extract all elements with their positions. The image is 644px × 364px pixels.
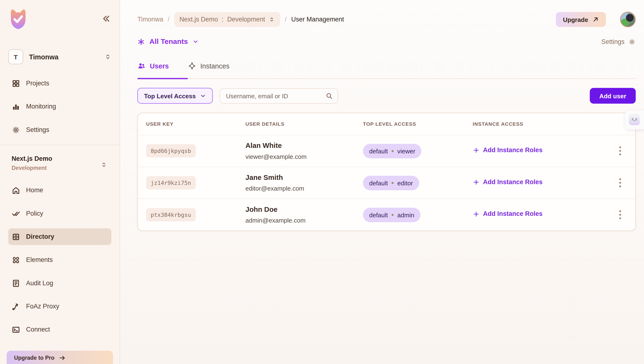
happy-face-icon [632,118,637,122]
sidebar-item-policy[interactable]: Policy [8,205,112,222]
sidebar-item-home[interactable]: Home [8,182,112,199]
sidebar-item-settings[interactable]: Settings [8,121,112,138]
kebab-icon [619,178,621,187]
table-row: ptx384krbgsu John Doe admin@example.com … [138,199,636,230]
project-selector[interactable]: Next.js Demo Development [0,145,120,171]
plus-icon [473,179,480,186]
row-actions-menu[interactable] [615,209,626,221]
users-table: USER KEY USER DETAILS TOP LEVEL ACCESS I… [138,113,636,231]
chevron-up-down-icon [269,16,275,23]
column-header-user-key: USER KEY [146,121,245,127]
gear-icon [628,38,636,45]
user-name: Jane Smith [246,174,363,182]
breadcrumb-org[interactable]: Timonwa [138,16,163,23]
terminal-icon [12,325,20,334]
grid-icon [12,79,20,88]
breadcrumb: Timonwa / Next.js Demo : Development / U… [138,12,344,27]
dot-separator-icon [392,182,394,184]
sidebar-item-label: Monitoring [26,103,56,110]
sidebar-item-label: Settings [26,126,49,133]
add-instance-roles-link[interactable]: Add Instance Roles [473,146,542,154]
kebab-icon [619,210,621,219]
workspace-selector[interactable]: T Timonwa [8,49,112,64]
table-row: jz14r9kzi75n Jane Smith editor@example.c… [138,167,636,199]
users-icon [138,62,146,70]
access-badge[interactable]: default editor [363,175,419,190]
upgrade-button[interactable]: Upgrade [556,12,606,27]
chevron-up-down-icon [104,53,112,61]
add-instance-roles-link[interactable]: Add Instance Roles [473,178,542,186]
arrow-right-icon [58,354,66,361]
tenant-selector[interactable]: All Tenants [138,37,199,46]
sidebar-item-connect[interactable]: Connect [8,321,112,338]
sidebar-item-label: Projects [26,80,49,87]
dot-separator-icon [392,214,394,216]
access-filter-dropdown[interactable]: Top Level Access [138,88,213,104]
breadcrumb-separator: / [285,16,286,23]
row-actions-menu[interactable] [615,176,626,189]
breadcrumb-page: User Management [291,16,344,23]
project-nav: Home Policy Directory [8,182,112,338]
column-header-top-level-access: TOP LEVEL ACCESS [363,121,473,127]
access-filter-label: Top Level Access [144,92,196,99]
row-actions-menu[interactable] [615,144,626,157]
user-key[interactable]: 8pd66jkpyqsb [146,144,196,158]
environment-name: Development [12,165,112,171]
kebab-icon [619,146,621,155]
tab-users[interactable]: Users [138,62,169,70]
plus-icon [473,147,480,154]
table-header-row: USER KEY USER DETAILS TOP LEVEL ACCESS I… [138,113,636,134]
sidebar-item-directory[interactable]: Directory [8,229,112,245]
upgrade-to-pro-card[interactable]: Upgrade to Pro [7,351,113,364]
sparkle-icon [188,62,196,70]
breadcrumb-colon: : [222,16,224,23]
page-header: Timonwa / Next.js Demo : Development / U… [138,12,636,28]
tab-instances[interactable]: Instances [188,62,230,70]
gear-icon [12,125,20,134]
sidebar-item-audit-log[interactable]: Audit Log [8,275,112,291]
plus-icon [473,210,480,218]
tab-instances-label: Instances [200,62,230,70]
access-badge[interactable]: default admin [363,208,420,222]
tenant-toolbar: All Tenants Settings [138,37,636,46]
breadcrumb-environment: Development [227,16,265,23]
workspace-name: Timonwa [29,53,98,61]
add-instance-roles-link[interactable]: Add Instance Roles [473,210,542,218]
sidebar-item-label: Home [26,187,43,194]
proxy-route-icon [12,302,20,311]
search-input[interactable] [220,88,338,103]
dot-separator-icon [392,150,394,152]
upgrade-to-pro-label: Upgrade to Pro [14,355,54,364]
column-header-instance-access: INSTANCE ACCESS [473,121,609,127]
sidebar-item-elements[interactable]: Elements [8,252,112,268]
sidebar-item-label: FoAz Proxy [26,303,59,310]
chevron-down-icon [192,39,199,45]
happy-face-widget-button[interactable] [629,114,640,125]
role-name: editor [397,179,413,187]
org-nav: Projects Monitoring [8,75,112,138]
asterisk-icon [138,38,145,45]
user-email: admin@example.com [246,217,363,224]
sidebar-item-monitoring[interactable]: Monitoring [8,98,112,115]
four-circles-icon [12,255,20,264]
sidebar-item-projects[interactable]: Projects [8,75,112,92]
settings-link[interactable]: Settings [601,38,636,45]
collapse-sidebar-icon[interactable] [102,14,110,23]
user-name: John Doe [246,206,363,214]
search-icon [325,92,333,100]
filter-toolbar: Top Level Access Add user [138,88,636,104]
breadcrumb-project-env-selector[interactable]: Next.js Demo : Development [174,12,280,27]
sidebar-item-label: Policy [26,210,43,217]
project-name: Next.js Demo [12,155,112,162]
user-key[interactable]: ptx384krbgsu [146,208,196,221]
user-key[interactable]: jz14r9kzi75n [146,176,196,190]
access-badge[interactable]: default viewer [363,144,422,158]
tab-users-label: Users [150,62,169,70]
sidebar-item-foaz-proxy[interactable]: FoAz Proxy [8,298,112,315]
sidebar-item-label: Elements [26,256,53,264]
upgrade-button-label: Upgrade [563,16,588,23]
sidebar-item-label: Audit Log [26,279,53,287]
add-user-button[interactable]: Add user [590,88,636,104]
user-avatar[interactable] [620,12,636,28]
settings-link-label: Settings [601,38,624,45]
